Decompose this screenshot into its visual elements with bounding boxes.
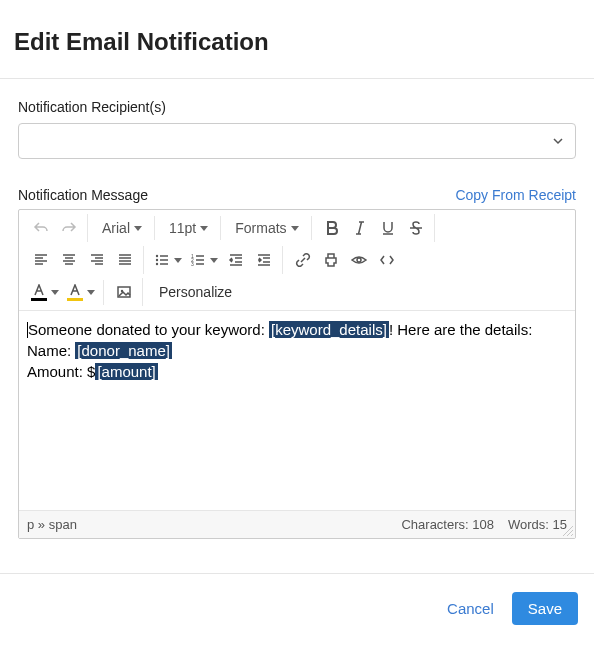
underline-button[interactable] [374,214,402,242]
indent-button[interactable] [250,246,278,274]
font-size-value: 11pt [169,220,196,236]
formats-label: Formats [235,220,286,236]
bullet-list-dropdown[interactable] [150,248,186,272]
background-color-dropdown[interactable] [63,280,99,305]
rich-editor: Arial 11pt Formats [18,209,576,539]
chevron-down-icon [174,258,182,263]
recipients-label: Notification Recipient(s) [18,99,576,115]
chevron-down-icon [210,258,218,263]
outdent-button[interactable] [222,246,250,274]
message-label: Notification Message [18,187,148,203]
font-family-value: Arial [102,220,130,236]
text: ! Here are the details: [389,321,532,338]
text: Name: [27,342,75,359]
editor-toolbar: Arial 11pt Formats [19,210,575,311]
print-button[interactable] [317,246,345,274]
save-button[interactable]: Save [512,592,578,625]
preview-button[interactable] [345,246,373,274]
recipients-select[interactable] [18,123,576,159]
align-right-button[interactable] [83,246,111,274]
recipients-select-value[interactable] [18,123,576,159]
word-count: Words: 15 [508,517,567,532]
source-code-button[interactable] [373,246,401,274]
copy-from-receipt-link[interactable]: Copy From Receipt [455,187,576,203]
chevron-down-icon [51,290,59,295]
chevron-down-icon [87,290,95,295]
text: Someone donated to your keyword: [28,321,269,338]
numbered-list-dropdown[interactable]: 123 [186,248,222,272]
svg-point-2 [156,263,158,265]
strikethrough-button[interactable] [402,214,430,242]
undo-button[interactable] [27,214,55,242]
svg-point-0 [156,255,158,257]
char-count: Characters: 108 [401,517,494,532]
text: Amount: $ [27,363,95,380]
chevron-down-icon [291,226,299,231]
editor-status-bar: p » span Characters: 108 Words: 15 [19,510,575,538]
editor-content-area[interactable]: Someone donated to your keyword: [keywor… [19,311,575,510]
personalize-button[interactable]: Personalize [149,280,242,304]
page-title: Edit Email Notification [14,28,580,56]
insert-image-button[interactable] [110,278,138,306]
merge-tag-keyword-details: [keyword_details] [269,321,389,338]
editor-line: Amount: $[amount] [27,361,567,382]
align-left-button[interactable] [27,246,55,274]
formats-dropdown[interactable]: Formats [227,216,306,240]
redo-button[interactable] [55,214,83,242]
align-center-button[interactable] [55,246,83,274]
editor-path[interactable]: p » span [27,517,77,532]
merge-tag-amount: [amount] [95,363,157,380]
chevron-down-icon [134,226,142,231]
bold-button[interactable] [318,214,346,242]
font-family-dropdown[interactable]: Arial [94,216,150,240]
editor-line: Name: [donor_name] [27,340,567,361]
merge-tag-donor-name: [donor_name] [75,342,172,359]
cancel-button[interactable]: Cancel [447,600,494,617]
resize-handle-icon[interactable] [563,526,573,536]
chevron-down-icon [200,226,208,231]
text-color-icon [31,284,47,301]
align-justify-button[interactable] [111,246,139,274]
svg-point-1 [156,259,158,261]
svg-point-6 [357,258,361,262]
editor-line: Someone donated to your keyword: [keywor… [27,319,567,340]
text-color-dropdown[interactable] [27,280,63,305]
italic-button[interactable] [346,214,374,242]
background-color-icon [67,284,83,301]
svg-text:3: 3 [191,261,194,267]
font-size-dropdown[interactable]: 11pt [161,216,216,240]
link-button[interactable] [289,246,317,274]
